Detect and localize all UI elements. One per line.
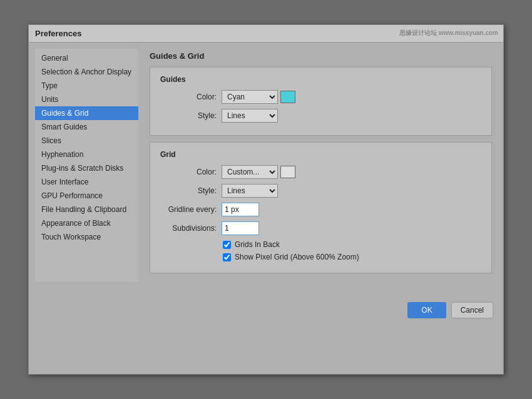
- dialog-title: Preferences: [35, 29, 81, 38]
- sidebar-item-guides-grid[interactable]: Guides & Grid: [35, 106, 138, 120]
- cancel-button[interactable]: Cancel: [451, 302, 493, 318]
- grid-color-row: Color: Custom... Light Blue Dark Blue Gr…: [160, 165, 481, 179]
- watermark: 思缘设计论坛 www.missyuan.com: [399, 29, 498, 38]
- sidebar-item-hyphenation[interactable]: Hyphenation: [35, 148, 138, 161]
- sidebar-item-type[interactable]: Type: [35, 79, 138, 93]
- grid-color-select[interactable]: Custom... Light Blue Dark Blue Green Yel…: [222, 165, 278, 179]
- show-pixel-grid-checkbox[interactable]: [223, 253, 231, 261]
- sidebar-item-file-handling[interactable]: File Handling & Clipboard: [35, 203, 138, 216]
- guides-color-label: Color:: [160, 93, 217, 101]
- show-pixel-grid-label: Show Pixel Grid (Above 600% Zoom): [235, 253, 359, 261]
- grid-color-label: Color:: [160, 168, 217, 176]
- grid-panel-title: Grid: [160, 150, 481, 159]
- sidebar-item-gpu-performance[interactable]: GPU Performance: [35, 189, 138, 203]
- grid-color-swatch: [280, 166, 295, 178]
- guides-panel: Guides Color: Cyan Light Blue Dark Blue …: [150, 67, 492, 136]
- sidebar-item-units[interactable]: Units: [35, 93, 138, 106]
- grids-in-back-checkbox[interactable]: [223, 241, 231, 249]
- dialog-footer: OK Cancel: [29, 295, 503, 326]
- sidebar-item-touch-workspace[interactable]: Touch Workspace: [35, 230, 138, 244]
- sidebar-item-smart-guides[interactable]: Smart Guides: [35, 120, 138, 134]
- guides-color-row: Color: Cyan Light Blue Dark Blue Green Y…: [160, 90, 481, 104]
- section-title: Guides & Grid: [150, 51, 492, 63]
- subdivisions-row: Subdivisions:: [160, 221, 481, 235]
- grid-style-label: Style:: [160, 186, 217, 195]
- guides-style-row: Style: Lines Dots: [160, 109, 481, 123]
- grids-in-back-row: Grids In Back: [223, 240, 481, 249]
- guides-color-select[interactable]: Cyan Light Blue Dark Blue Green Yellow R…: [222, 90, 278, 104]
- ok-button[interactable]: OK: [407, 302, 446, 318]
- gridline-input[interactable]: [222, 203, 259, 216]
- sidebar-item-general[interactable]: General: [35, 51, 138, 65]
- grid-panel: Grid Color: Custom... Light Blue Dark Bl…: [150, 142, 492, 273]
- sidebar-item-selection-anchor-display[interactable]: Selection & Anchor Display: [35, 65, 138, 79]
- sidebar-item-appearance-black[interactable]: Appearance of Black: [35, 216, 138, 230]
- main-content: Guides & Grid Guides Color: Cyan Light B…: [145, 49, 497, 282]
- grids-in-back-label: Grids In Back: [235, 240, 280, 249]
- gridline-row: Gridline every:: [160, 203, 481, 216]
- subdivisions-input[interactable]: [222, 221, 259, 235]
- preferences-dialog: Preferences 思缘设计论坛 www.missyuan.com Gene…: [28, 24, 504, 375]
- gridline-label: Gridline every:: [160, 205, 217, 214]
- grid-style-select[interactable]: Lines Dots: [222, 184, 278, 198]
- guides-style-select[interactable]: Lines Dots: [222, 109, 278, 123]
- show-pixel-grid-row: Show Pixel Grid (Above 600% Zoom): [223, 253, 481, 261]
- dialog-body: GeneralSelection & Anchor DisplayTypeUni…: [29, 43, 503, 288]
- grid-style-row: Style: Lines Dots: [160, 184, 481, 198]
- guides-color-swatch: [280, 91, 295, 103]
- title-bar: Preferences 思缘设计论坛 www.missyuan.com: [29, 25, 503, 43]
- subdivisions-label: Subdivisions:: [160, 224, 217, 233]
- sidebar: GeneralSelection & Anchor DisplayTypeUni…: [35, 49, 138, 282]
- guides-style-label: Style:: [160, 111, 217, 120]
- sidebar-item-plugins-scratch[interactable]: Plug-ins & Scratch Disks: [35, 161, 138, 175]
- guides-panel-title: Guides: [160, 75, 481, 84]
- sidebar-item-slices[interactable]: Slices: [35, 134, 138, 148]
- sidebar-item-user-interface[interactable]: User Interface: [35, 175, 138, 189]
